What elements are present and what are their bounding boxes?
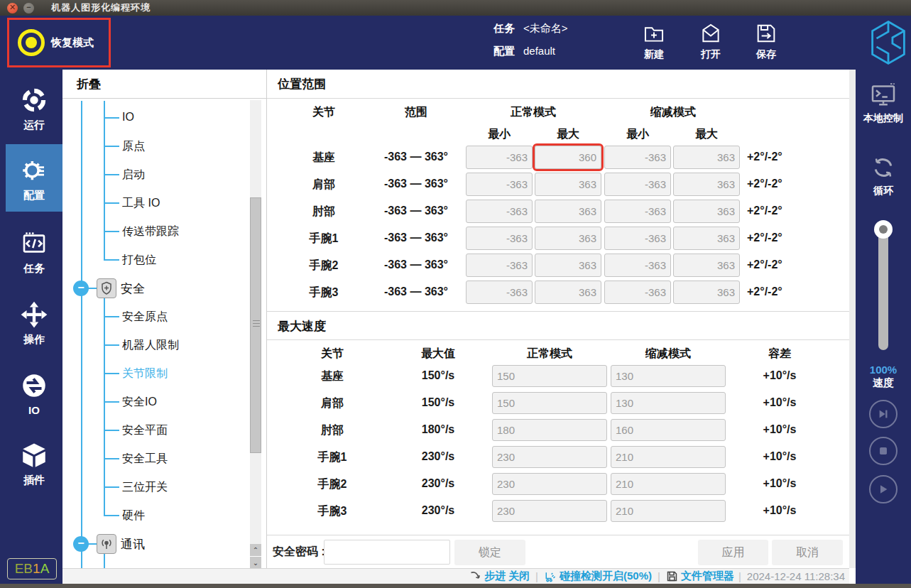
position-input-nmax[interactable] [535,200,601,223]
file-manager-link[interactable]: 文件管理器 [681,570,734,583]
speed-input-reduced[interactable] [611,419,726,441]
tree-collapse-toggle[interactable]: − [73,536,89,552]
position-input-rmax[interactable] [673,173,740,196]
position-input-nmin[interactable] [466,200,533,223]
position-input-nmin[interactable] [466,254,533,277]
tree-item-0[interactable]: IO [122,111,134,124]
position-input-rmax[interactable] [673,227,740,250]
tree-group-15[interactable]: 通讯 [121,536,145,552]
play-button[interactable] [869,475,898,503]
step-mode-status[interactable]: 步进 关闭 [484,570,530,583]
position-input-nmin[interactable] [466,227,533,250]
speed-input-reduced[interactable] [611,365,726,387]
tree-item-1[interactable]: 原点 [122,139,145,154]
tree-item-7[interactable]: 安全原点 [122,310,168,325]
speed-slider-knob[interactable] [874,220,893,239]
joint-name: 手腕2 [290,477,375,492]
loop-button[interactable]: 循环 [856,153,911,197]
left-sidebar: 运行 配置 任务 [0,70,62,588]
window-close-button[interactable]: ✕ [7,3,18,13]
tree-item-14[interactable]: 硬件 [122,508,145,523]
sidebar-item-run[interactable]: 运行 [6,75,62,141]
plugin-cube-icon [19,440,49,470]
tree-collapse-toggle[interactable]: − [73,281,89,296]
sidebar-item-task[interactable]: 任务 [6,219,62,284]
position-input-rmin[interactable] [604,227,671,250]
position-input-nmax[interactable] [535,281,601,304]
sidebar-item-config[interactable]: 配置 [6,144,62,212]
position-input-rmax[interactable] [673,200,740,223]
header: 恢复模式 任务 <未命名> 配置 default 新建 打开 [0,16,911,70]
position-input-rmin[interactable] [604,281,671,304]
config-value: default [523,45,555,58]
stop-button[interactable] [869,437,898,465]
tree-item-4[interactable]: 传送带跟踪 [122,224,179,239]
new-button[interactable]: 新建 [632,21,676,61]
speed-input-normal[interactable] [492,473,607,495]
speed-input-normal[interactable] [492,446,607,468]
speed-input-reduced[interactable] [611,446,726,468]
tree-item-9[interactable]: 关节限制 [122,366,168,381]
speed-input-normal[interactable] [492,392,607,414]
speed-input-reduced[interactable] [611,473,726,495]
local-control-button[interactable]: 本地控制 [856,81,911,125]
tree-item-12[interactable]: 安全工具 [122,452,168,467]
tree-collapse-header[interactable]: 折叠 [62,70,266,99]
window-minimize-button[interactable]: − [23,3,34,13]
apply-button[interactable]: 应用 [698,540,768,565]
position-input-nmin[interactable] [466,173,533,196]
speed-input-normal[interactable] [492,419,607,441]
tree-item-5[interactable]: 打包位 [122,253,156,268]
position-input-rmin[interactable] [604,200,671,223]
tree-item-11[interactable]: 安全平面 [122,423,168,438]
position-input-rmax[interactable] [673,146,740,169]
position-table-row: 手腕3-363 — 363°+2°/-2° [267,279,849,306]
position-input-rmin[interactable] [604,146,671,169]
save-button[interactable]: 保存 [744,21,788,61]
position-input-rmin[interactable] [604,173,671,196]
col-joint: 关节 [290,347,375,361]
tree-item-13[interactable]: 三位开关 [122,480,168,495]
cancel-button[interactable]: 取消 [772,540,843,565]
speed-tolerance: +10°/s [737,477,822,490]
tree-item-2[interactable]: 启动 [122,168,145,183]
position-input-rmax[interactable] [673,281,740,304]
sidebar-item-plugin[interactable]: 插件 [6,430,62,494]
recovery-mode-indicator[interactable]: 恢复模式 [7,18,111,67]
step-forward-button[interactable] [869,400,898,428]
lock-button[interactable]: 锁定 [454,540,525,565]
shield-plus-icon [97,278,116,298]
position-input-rmin[interactable] [604,254,671,277]
tree-scroll-down-button[interactable]: ⌄ [250,557,261,569]
speed-tolerance: +10°/s [737,504,822,517]
speed-input-reduced[interactable] [611,500,726,522]
position-input-nmax[interactable] [535,254,601,277]
speed-slider-track[interactable] [878,229,888,350]
sidebar-item-io[interactable]: IO [6,362,62,423]
tree-item-8[interactable]: 机器人限制 [122,338,179,353]
tree-item-3[interactable]: 工具 IO [122,196,160,211]
right-sidebar: 本地控制 循环 100% 速度 [856,70,911,584]
position-input-nmin[interactable] [466,146,533,169]
antenna-icon [97,534,116,554]
collision-detection-status[interactable]: 碰撞检测开启(50%) [560,570,652,583]
open-button[interactable]: 打开 [689,21,733,61]
speed-input-normal[interactable] [492,365,607,387]
position-input-nmax[interactable] [535,173,601,196]
position-input-nmin[interactable] [466,281,533,304]
tree-scrollbar-thumb[interactable] [250,197,261,453]
position-input-nmax[interactable] [535,146,601,169]
speed-tolerance: +10°/s [737,450,822,463]
position-input-rmax[interactable] [673,254,740,277]
tree-item-10[interactable]: 安全IO [122,395,157,410]
tree-connector-line [104,259,119,261]
position-input-nmax[interactable] [535,227,601,250]
sidebar-item-operate[interactable]: 操作 [6,288,62,356]
tree-scroll-up-button[interactable]: ⌃ [250,544,261,556]
app-logo-cube-icon [868,19,909,66]
tree-group-6[interactable]: 安全 [121,281,145,297]
tree-connector-line [104,316,119,317]
speed-input-reduced[interactable] [611,392,726,414]
speed-input-normal[interactable] [492,500,607,522]
safety-password-input[interactable] [324,540,450,565]
